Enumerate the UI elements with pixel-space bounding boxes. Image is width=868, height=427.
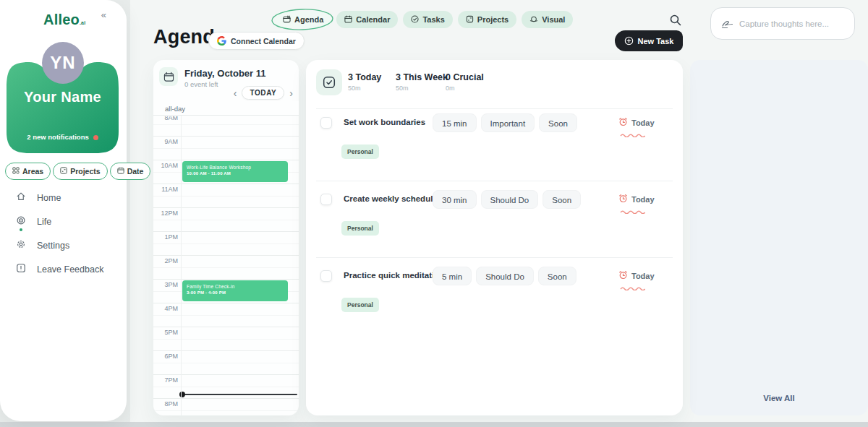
tasks-icon <box>411 15 419 25</box>
sidebar-item-settings[interactable]: Settings <box>16 237 103 254</box>
notification-dot <box>93 135 98 140</box>
stat-count: 0 Crucial <box>446 72 484 82</box>
squiggle-underline <box>620 127 646 140</box>
stat-duration: 50m <box>348 85 381 92</box>
visual-icon <box>529 15 538 25</box>
task-duration-chip[interactable]: 5 min <box>433 267 472 285</box>
task-priority-chip[interactable]: Should Do <box>476 267 534 285</box>
task-row: Create weekly schedule30 minShould DoSoo… <box>306 193 683 213</box>
divider <box>316 108 673 109</box>
task-stat[interactable]: 3 This Week50m <box>396 72 448 92</box>
prev-day-icon[interactable]: ‹ <box>234 88 237 98</box>
hour-row[interactable]: 1PM <box>153 231 299 255</box>
hour-row[interactable]: 2PM <box>153 255 299 279</box>
hour-label: 2PM <box>153 257 178 264</box>
hour-label: 11AM <box>153 186 178 193</box>
task-checkbox[interactable] <box>320 117 332 129</box>
page-edge <box>0 422 868 427</box>
today-button[interactable]: TODAY <box>242 86 284 100</box>
all-day-row: all-day <box>153 101 299 116</box>
sidebar-pill-areas[interactable]: Areas <box>5 163 51 180</box>
hour-row[interactable]: 8PM <box>153 398 299 415</box>
calendar-event[interactable]: Family Time Check-in3:00 PM - 4:00 PM <box>182 280 288 301</box>
task-checkbox[interactable] <box>320 270 332 282</box>
new-task-button[interactable]: New Task <box>615 30 683 51</box>
tab-agenda[interactable]: Agenda <box>275 11 331 28</box>
hour-row[interactable]: 4PM <box>153 303 299 327</box>
task-priority-chip[interactable]: Important <box>481 113 535 132</box>
task-priority-chip[interactable]: Should Do <box>481 190 539 209</box>
task-duration-chip[interactable]: 30 min <box>433 190 477 209</box>
tab-tasks[interactable]: Tasks <box>403 11 452 28</box>
due-label: Today <box>631 195 655 204</box>
day-grid[interactable]: 8AM9AM10AM11AM12PM1PM2PM3PM4PM5PM6PM7PM8… <box>153 116 299 415</box>
view-all-link[interactable]: View All <box>690 394 868 402</box>
hour-label: 5PM <box>153 329 178 336</box>
alleo-logo: Alleo.ai <box>43 12 85 28</box>
task-tag[interactable]: Personal <box>341 298 379 312</box>
tab-projects[interactable]: Projects <box>458 11 516 28</box>
profile-name: Your Name <box>7 89 119 105</box>
task-stat[interactable]: 3 Today50m <box>348 72 381 92</box>
plus-circle-icon <box>624 36 634 46</box>
tab-calendar[interactable]: Calendar <box>336 11 398 28</box>
calendar-event[interactable]: Work-Life Balance Workshop10:00 AM - 11:… <box>182 161 288 182</box>
date-icon <box>117 167 124 176</box>
sidebar-pill-date[interactable]: Date <box>110 163 151 180</box>
hour-row[interactable]: 9AM <box>153 136 299 160</box>
collapse-sidebar-icon[interactable]: « <box>101 9 106 20</box>
task-tag[interactable]: Personal <box>341 221 379 236</box>
secondary-panel: View All <box>690 60 868 415</box>
task-duration-chip[interactable]: 15 min <box>433 113 477 132</box>
sidebar-item-leave-feedback[interactable]: Leave Feedback <box>16 261 103 278</box>
stat-duration: 0m <box>446 85 484 92</box>
task-due-badge[interactable]: Today <box>618 193 655 206</box>
task-due-badge[interactable]: Today <box>618 116 655 129</box>
tab-visual[interactable]: Visual <box>522 11 573 28</box>
grid-icon <box>466 15 474 25</box>
search-icon[interactable] <box>669 14 684 28</box>
avatar[interactable]: YN <box>42 42 84 84</box>
hour-row[interactable]: 12PM <box>153 207 299 231</box>
sidebar-pill-projects[interactable]: Projects <box>53 163 107 180</box>
sidebar-item-home[interactable]: Home <box>16 189 103 207</box>
next-day-icon[interactable]: › <box>289 88 293 98</box>
sidebar-filter-pills: AreasProjectsDate <box>5 163 150 180</box>
stat-duration: 50m <box>396 85 448 92</box>
hour-row[interactable]: 11AM <box>153 184 299 207</box>
notifications-label[interactable]: 2 new notifications <box>7 133 119 141</box>
projects-icon <box>60 167 67 176</box>
hour-row[interactable]: 8AM <box>153 116 299 136</box>
hour-label: 8PM <box>153 400 178 407</box>
event-title: Work-Life Balance Workshop <box>187 164 284 171</box>
sidebar-menu: HomeLifeSettingsLeave Feedback <box>16 189 103 285</box>
connect-calendar-button[interactable]: Connect Calendar <box>208 32 305 50</box>
task-title[interactable]: Practice quick meditation <box>344 271 444 280</box>
scribble-pen-icon <box>721 19 733 29</box>
hour-row[interactable]: 5PM <box>153 327 299 350</box>
task-urgency-chip[interactable]: Soon <box>539 113 577 132</box>
task-checkbox[interactable] <box>320 194 332 205</box>
capture-thoughts-input[interactable]: Capture thoughts here... <box>710 7 855 40</box>
hour-label: 8AM <box>153 116 178 121</box>
hour-row[interactable]: 6PM <box>153 350 299 374</box>
grid-separator <box>181 101 182 415</box>
hour-label: 3PM <box>153 281 178 288</box>
task-urgency-chip[interactable]: Soon <box>542 190 581 209</box>
task-urgency-chip[interactable]: Soon <box>538 267 576 285</box>
divider <box>316 257 673 258</box>
task-row: Set work boundaries15 minImportantSoonTo… <box>306 116 683 137</box>
agenda-calendar-panel: Friday, October 11 0 event left ‹ TODAY … <box>153 60 299 415</box>
calendar-icon <box>344 15 352 25</box>
task-due-badge[interactable]: Today <box>618 269 655 282</box>
capture-placeholder: Capture thoughts here... <box>739 20 829 28</box>
task-title[interactable]: Create weekly schedule <box>344 194 438 203</box>
stat-count: 3 This Week <box>396 72 448 82</box>
task-stat[interactable]: 0 Crucial0m <box>446 72 484 92</box>
areas-icon <box>12 167 20 176</box>
task-tag[interactable]: Personal <box>341 145 379 159</box>
sidebar: Alleo.ai « YN Your Name 2 new notificati… <box>0 0 127 421</box>
task-title[interactable]: Set work boundaries <box>344 118 425 126</box>
main-tabs: AgendaCalendarTasksProjectsVisual <box>275 11 573 28</box>
sidebar-item-life[interactable]: Life <box>16 213 103 230</box>
